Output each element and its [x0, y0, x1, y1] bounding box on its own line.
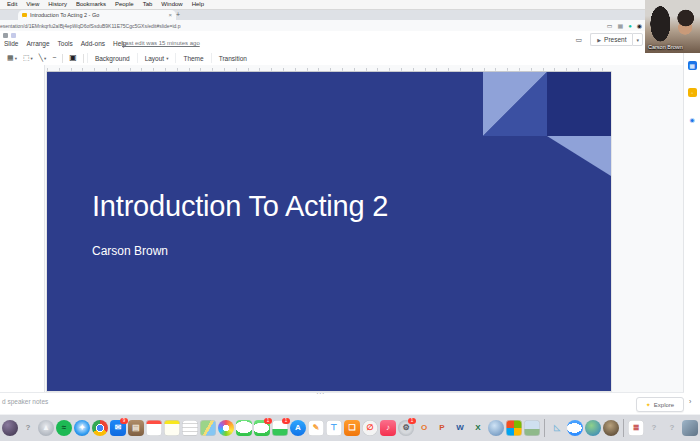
spotify-glyph: ≈ [62, 420, 66, 436]
dock-numbers-chart-icon[interactable]: 1 [272, 420, 288, 436]
dock-microsoft-apps-icon[interactable] [506, 420, 522, 436]
keep-icon[interactable]: ◦ [688, 88, 697, 97]
speaker-notes-placeholder[interactable]: d speaker notes [2, 398, 48, 405]
new-tab-button[interactable]: + [176, 11, 180, 18]
chevron-down-icon: ▾ [15, 56, 17, 61]
slide-title[interactable]: Introduction To Acting 2 [92, 190, 388, 223]
more-button[interactable]: − [49, 54, 59, 62]
macos-menu-history[interactable]: History [48, 0, 67, 9]
macos-menu-window[interactable]: Window [161, 0, 182, 9]
new-slide-button[interactable]: ▦▾ [4, 54, 20, 62]
camera-extension-icon[interactable]: ◉ [637, 23, 642, 29]
dock-system-preferences-icon[interactable]: ⚙1 [398, 420, 414, 436]
present-label: Present [604, 36, 626, 43]
macos-menu-people[interactable]: People [115, 0, 134, 9]
prohibited-glyph: ∅ [367, 420, 374, 436]
dock-calendar-icon[interactable] [146, 420, 162, 436]
dock-prohibited-icon[interactable]: ∅ [362, 420, 378, 436]
present-play-icon: ▶ [597, 37, 601, 43]
image-button[interactable]: ▣ [66, 54, 80, 62]
image-button-icon: ▣ [69, 54, 77, 62]
grammarly-icon[interactable]: ● [628, 23, 632, 29]
toolbar-layout-button[interactable]: Layout▾ [137, 53, 176, 63]
macos-menu-bookmarks[interactable]: Bookmarks [76, 0, 106, 9]
dock-files-stack-icon[interactable] [682, 420, 698, 436]
toolbar-background-button[interactable]: Background [87, 53, 137, 63]
explore-button[interactable]: ✦ Explore [636, 397, 684, 412]
dock-globe-user-icon[interactable] [488, 420, 504, 436]
dock-photos-icon[interactable] [218, 420, 234, 436]
dock-messages-icon[interactable] [236, 420, 252, 436]
screen: EditViewHistoryBookmarksPeopleTabWindowH… [0, 0, 700, 441]
dock-books-icon[interactable]: ❏ [344, 420, 360, 436]
present-button-group: ▶ Present ▾ [590, 33, 643, 46]
dock-safari-icon[interactable]: ✦ [74, 420, 90, 436]
dock-pictures-icon[interactable] [524, 420, 540, 436]
dock-maps-icon[interactable] [200, 420, 216, 436]
shapes-button[interactable]: ⬚▾ [20, 54, 36, 62]
toolbar-transition-button[interactable]: Transition [211, 53, 254, 63]
dock-office-icon[interactable]: O [416, 420, 432, 436]
menu-slide[interactable]: Slide [4, 40, 18, 47]
dock-spotify-icon[interactable]: ≈ [56, 420, 72, 436]
dock-launchpad-icon[interactable]: ▲ [38, 420, 54, 436]
side-panel-collapse-icon[interactable]: › [689, 398, 691, 405]
macos-menu-view[interactable]: View [26, 0, 39, 9]
dock-chrome-icon[interactable] [92, 420, 108, 436]
dock-contacts-icon[interactable]: ▤ [128, 420, 144, 436]
url-text[interactable]: esentation/d/1EMnkqrfu2aIBj4epWqD6ofSsdu… [0, 23, 560, 29]
slide-filmstrip[interactable] [0, 65, 45, 392]
dock-app-sphere-icon[interactable] [2, 420, 18, 436]
menu-tools[interactable]: Tools [58, 40, 73, 47]
dock-excel-icon[interactable]: X [470, 420, 486, 436]
macos-menu-help[interactable]: Help [192, 0, 204, 9]
dock-drafting-triangle-icon[interactable]: ◺ [549, 420, 565, 436]
toolbar-separator [62, 54, 63, 63]
chevron-down-icon: ▾ [166, 56, 168, 61]
dock-missing-doc-2-icon[interactable]: ? [664, 420, 680, 436]
dock-keynote-icon[interactable]: ⊤ [326, 420, 342, 436]
dock-earth-icon[interactable] [585, 420, 601, 436]
toolbar-theme-button[interactable]: Theme [175, 53, 210, 63]
bookmark-favicon-1[interactable] [3, 33, 8, 38]
explore-icon: ✦ [646, 401, 651, 408]
dock-app-store-icon[interactable]: A [290, 420, 306, 436]
dock-powerpoint-icon[interactable]: P [434, 420, 450, 436]
present-button[interactable]: ▶ Present [590, 33, 632, 46]
dock-document-app-icon[interactable]: ≣ [628, 420, 644, 436]
extension-icon[interactable]: ▦ [617, 23, 623, 29]
dock-word-icon[interactable]: W [452, 420, 468, 436]
slide-subtitle[interactable]: Carson Brown [92, 244, 168, 258]
dock-missing-doc-1-icon[interactable]: ? [646, 420, 662, 436]
app-store-glyph: A [295, 420, 301, 436]
dock-facetime-icon[interactable]: 1 [254, 420, 270, 436]
pages-glyph: ✎ [313, 420, 320, 436]
present-dropdown-button[interactable]: ▾ [632, 33, 643, 46]
dock-ornament-sphere-icon[interactable] [603, 420, 619, 436]
line-button-icon: ╲ [39, 54, 43, 62]
dock-zoom-app-icon[interactable] [567, 420, 583, 436]
tasks-icon[interactable]: ◉ [688, 115, 697, 124]
last-edit-link[interactable]: Last edit was 15 minutes ago [122, 40, 200, 46]
dock-pages-icon[interactable]: ✎ [308, 420, 324, 436]
cast-icon[interactable]: ▭ [607, 23, 613, 29]
slide-canvas[interactable]: Introduction To Acting 2 Carson Brown [47, 72, 611, 391]
menu-arrange[interactable]: Arrange [26, 40, 49, 47]
dock-music-icon[interactable]: ♪ [380, 420, 396, 436]
comments-icon[interactable]: ▭ [576, 36, 583, 44]
macos-menu-tab[interactable]: Tab [143, 0, 153, 9]
menu-add-ons[interactable]: Add-ons [81, 40, 105, 47]
webcam-overlay: Carson Brown [645, 0, 700, 53]
dock-missing-app-icon[interactable]: ? [20, 420, 36, 436]
dock-notes-app-icon[interactable] [164, 420, 180, 436]
dock-textedit-icon[interactable] [182, 420, 198, 436]
dock-mail-icon[interactable]: ✉9 [110, 420, 126, 436]
browser-tab[interactable]: Introduction To Acting 2 - Go × [18, 10, 176, 20]
line-button[interactable]: ╲▾ [36, 54, 49, 62]
dock-separator [544, 419, 545, 437]
bookmark-favicon-2[interactable] [11, 33, 16, 38]
notes-resize-handle[interactable]: ⋯ [316, 389, 325, 398]
macos-menu-edit[interactable]: Edit [7, 0, 17, 9]
tab-close-icon[interactable]: × [168, 12, 172, 18]
calendar-icon[interactable]: ▦ [688, 61, 697, 70]
